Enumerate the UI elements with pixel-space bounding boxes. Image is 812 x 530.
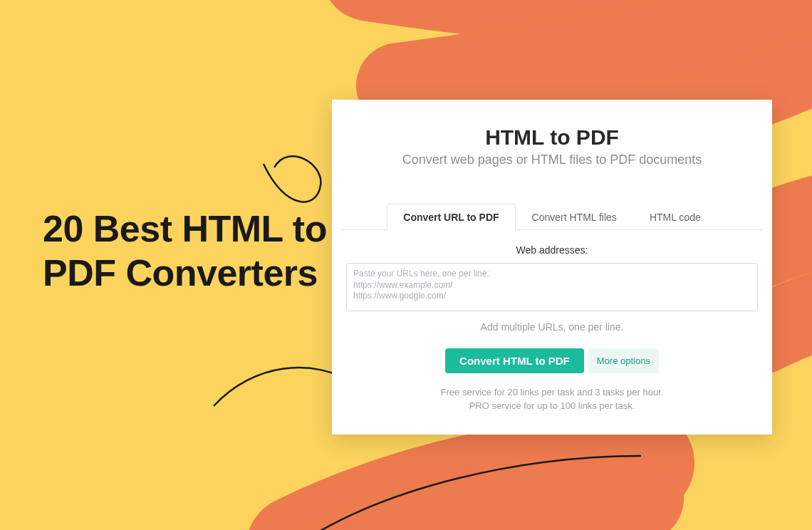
tab-convert-files[interactable]: Convert HTML files — [516, 204, 633, 230]
convert-button[interactable]: Convert HTML to PDF — [445, 348, 584, 373]
more-options-button[interactable]: More options — [588, 348, 659, 373]
card-subtitle: Convert web pages or HTML files to PDF d… — [342, 152, 762, 167]
service-note-line2: PRO service for up to 100 links per task… — [346, 400, 758, 413]
page-headline: 20 Best HTML to PDF Converters — [43, 207, 328, 296]
tab-convert-url[interactable]: Convert URL to PDF — [387, 204, 515, 230]
service-note-line1: Free service for 20 links per task and 3… — [346, 386, 758, 400]
converter-card: HTML to PDF Convert web pages or HTML fi… — [332, 100, 772, 435]
tabs: Convert URL to PDF Convert HTML files HT… — [342, 203, 762, 230]
tab-html-code[interactable]: HTML code — [633, 204, 717, 230]
service-note: Free service for 20 links per task and 3… — [346, 386, 758, 413]
url-hint: Add multiple URLs, one per line. — [346, 321, 758, 333]
web-addresses-label: Web addresses: — [346, 244, 758, 256]
url-input[interactable] — [346, 263, 758, 311]
card-title: HTML to PDF — [342, 125, 762, 150]
